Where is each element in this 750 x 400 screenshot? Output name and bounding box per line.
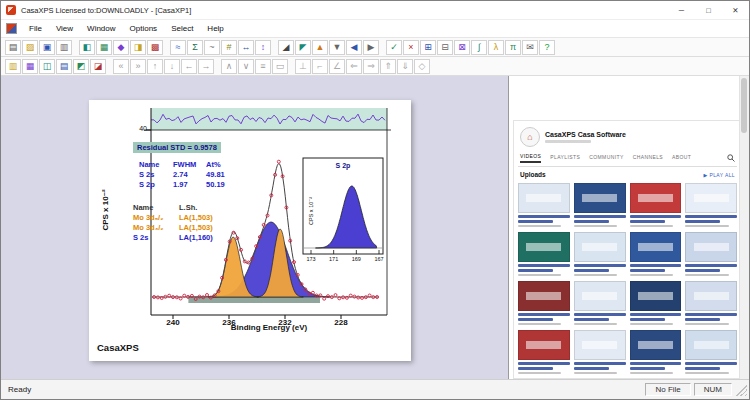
toolbar-button[interactable]: ◤ (295, 40, 311, 55)
video-item[interactable] (518, 281, 570, 325)
channel-avatar[interactable]: ⌂ (520, 127, 540, 147)
toolbar-button[interactable]: # (221, 40, 237, 55)
toolbar-button[interactable]: ↕ (255, 40, 271, 55)
tab-about[interactable]: ABOUT (672, 154, 691, 162)
play-all-button[interactable]: ▶ PLAY ALL (703, 172, 735, 178)
toolbar-button[interactable]: ▶ (363, 40, 379, 55)
chart-page[interactable]: 40 Residual STD = 0.9578 NameFWHMAt%S 2s… (89, 100, 411, 361)
scrollbar-thumb[interactable] (741, 78, 747, 133)
toolbar-button[interactable]: → (198, 59, 214, 74)
resize-grip[interactable] (735, 383, 747, 396)
toolbar-button[interactable]: ✉ (522, 40, 538, 55)
toolbar-button[interactable]: ▣ (39, 40, 55, 55)
toolbar-button[interactable]: ◇ (414, 59, 430, 74)
minimize-button[interactable]: ─ (668, 1, 695, 19)
toolbar-button[interactable]: ◧ (79, 40, 95, 55)
toolbar-button[interactable]: ⊟ (437, 40, 453, 55)
toolbar-button[interactable]: ▲ (312, 40, 328, 55)
video-thumbnail[interactable] (685, 281, 737, 311)
toolbar-button[interactable]: ▥ (5, 59, 21, 74)
maximize-button[interactable]: □ (695, 1, 722, 19)
toolbar-button[interactable]: ◪ (90, 59, 106, 74)
video-item[interactable] (574, 183, 626, 227)
video-thumbnail[interactable] (574, 281, 626, 311)
video-item[interactable] (630, 232, 682, 276)
toolbar-button[interactable]: ⇓ (397, 59, 413, 74)
toolbar-button[interactable]: ◨ (130, 40, 146, 55)
toolbar-button[interactable]: π (505, 40, 521, 55)
video-thumbnail[interactable] (574, 183, 626, 213)
toolbar-button[interactable]: ◢ (278, 40, 294, 55)
toolbar-button[interactable]: ~ (204, 40, 220, 55)
toolbar-button[interactable]: ⇑ (380, 59, 396, 74)
toolbar-button[interactable]: ⌐ (312, 59, 328, 74)
toolbar-button[interactable]: Σ (187, 40, 203, 55)
video-thumbnail[interactable] (574, 232, 626, 262)
menu-view[interactable]: View (49, 24, 80, 33)
toolbar-button[interactable]: ◀ (346, 40, 362, 55)
video-thumbnail[interactable] (630, 183, 682, 213)
toolbar-button[interactable]: ⊠ (454, 40, 470, 55)
menu-window[interactable]: Window (80, 24, 122, 33)
video-thumbnail[interactable] (630, 330, 682, 360)
video-item[interactable] (574, 232, 626, 276)
video-thumbnail[interactable] (518, 183, 570, 213)
toolbar-button[interactable]: ↓ (164, 59, 180, 74)
toolbar-button[interactable]: ⇒ (363, 59, 379, 74)
toolbar-button[interactable]: ▼ (329, 40, 345, 55)
video-thumbnail[interactable] (685, 330, 737, 360)
toolbar-button[interactable]: ▨ (22, 40, 38, 55)
video-item[interactable] (518, 232, 570, 276)
video-item[interactable] (630, 281, 682, 325)
tab-community[interactable]: COMMUNITY (589, 154, 623, 162)
video-item[interactable] (518, 330, 570, 374)
video-thumbnail[interactable] (518, 232, 570, 262)
toolbar-button[interactable]: ◫ (39, 59, 55, 74)
video-thumbnail[interactable] (630, 232, 682, 262)
toolbar-button[interactable]: ▤ (5, 40, 21, 55)
toolbar-button[interactable]: ⊥ (295, 59, 311, 74)
video-thumbnail[interactable] (630, 281, 682, 311)
tab-playlists[interactable]: PLAYLISTS (550, 154, 580, 162)
video-item[interactable] (630, 183, 682, 227)
tab-channels[interactable]: CHANNELS (633, 154, 663, 162)
toolbar-button[interactable]: λ (488, 40, 504, 55)
toolbar-button[interactable]: ⇐ (346, 59, 362, 74)
toolbar-button[interactable]: ← (181, 59, 197, 74)
toolbar-button[interactable]: ≈ (170, 40, 186, 55)
tab-videos[interactable]: VIDEOS (520, 153, 541, 163)
toolbar-button[interactable]: ∨ (238, 59, 254, 74)
toolbar-button[interactable]: ∠ (329, 59, 345, 74)
toolbar-button[interactable]: ▩ (147, 40, 163, 55)
video-thumbnail[interactable] (574, 330, 626, 360)
toolbar-button[interactable]: ▦ (96, 40, 112, 55)
video-thumbnail[interactable] (518, 281, 570, 311)
close-button[interactable]: ✕ (722, 1, 749, 19)
toolbar-button[interactable]: ∫ (471, 40, 487, 55)
toolbar-button[interactable]: ◆ (113, 40, 129, 55)
menu-select[interactable]: Select (164, 24, 200, 33)
toolbar-button[interactable]: ↔ (238, 40, 254, 55)
toolbar-button[interactable]: ∧ (221, 59, 237, 74)
toolbar-button[interactable]: × (403, 40, 419, 55)
toolbar-button[interactable]: ▤ (56, 59, 72, 74)
video-item[interactable] (685, 330, 737, 374)
video-thumbnail[interactable] (685, 183, 737, 213)
search-icon[interactable] (727, 154, 735, 162)
video-item[interactable] (574, 281, 626, 325)
toolbar-button[interactable]: ▥ (56, 40, 72, 55)
toolbar-button[interactable]: ✓ (386, 40, 402, 55)
toolbar-button[interactable]: ▭ (272, 59, 288, 74)
video-item[interactable] (685, 183, 737, 227)
toolbar-button[interactable]: » (130, 59, 146, 74)
toolbar-button[interactable]: ? (539, 40, 555, 55)
video-item[interactable] (518, 183, 570, 227)
toolbar-button[interactable]: « (113, 59, 129, 74)
toolbar-button[interactable]: ◩ (73, 59, 89, 74)
video-item[interactable] (685, 281, 737, 325)
video-item[interactable] (630, 330, 682, 374)
toolbar-button[interactable]: ⊞ (420, 40, 436, 55)
menu-help[interactable]: Help (200, 24, 230, 33)
toolbar-button[interactable]: ↑ (147, 59, 163, 74)
toolbar-button[interactable]: ▦ (22, 59, 38, 74)
